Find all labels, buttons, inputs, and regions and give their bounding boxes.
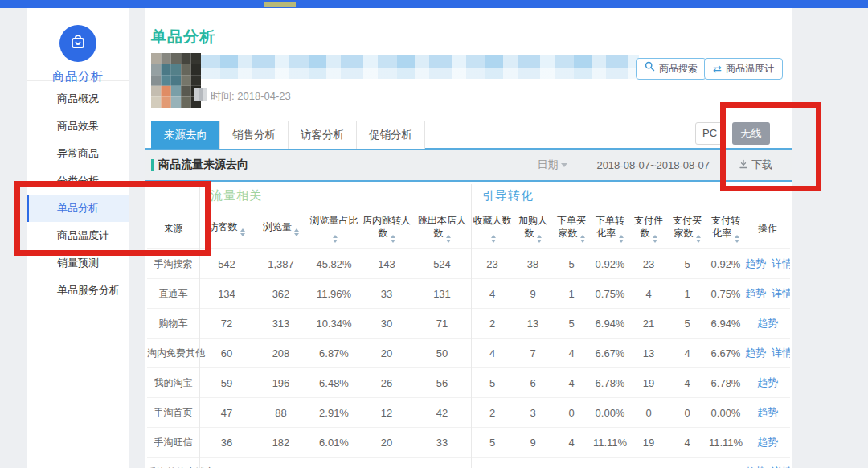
column-header[interactable]: 支付转化率 [706, 212, 745, 244]
column-header[interactable]: 下单买家数 [552, 212, 591, 244]
column-header[interactable]: 访客数 [199, 219, 254, 238]
sort-arrows-icon[interactable] [735, 235, 739, 243]
value-cell: 20 [360, 437, 413, 449]
sort-arrows-icon[interactable] [537, 235, 542, 243]
trend-link[interactable]: 趋势 [745, 465, 766, 468]
sort-arrows-icon[interactable] [696, 235, 701, 243]
trend-link[interactable]: 趋势 [757, 376, 778, 390]
sidebar-item[interactable]: 分类分析 [27, 167, 129, 195]
download-button[interactable]: 下载 [739, 158, 772, 172]
sort-asc-icon [580, 235, 585, 238]
sort-asc-icon [619, 235, 624, 238]
value-cell: 6.94% [706, 318, 745, 330]
tab[interactable]: 促销分析 [356, 121, 425, 149]
column-label: 访客数 [209, 221, 238, 232]
main-content: 单品分析 时间: 2018-04-23 商品搜索 ⇄ 商品温度计 来源去向销售分… [145, 8, 792, 468]
trend-link[interactable]: 趋势 [745, 286, 766, 301]
sort-asc-icon [446, 235, 451, 238]
date-dropdown[interactable]: 日期 [537, 158, 567, 172]
sidebar-item[interactable]: 商品概况 [27, 85, 129, 113]
tab[interactable]: 销售分析 [219, 121, 289, 149]
sort-arrows-icon[interactable] [333, 235, 338, 243]
value-cell: 47 [199, 407, 254, 419]
value-cell: 7 [514, 347, 552, 359]
value-cell: 5 [552, 318, 591, 330]
source-cell: 淘内免费其他 [147, 347, 199, 360]
sort-desc-icon [240, 233, 245, 236]
detail-link[interactable]: 详情 [772, 286, 790, 301]
product-analysis-logo [59, 25, 96, 62]
sort-arrows-icon[interactable] [446, 235, 451, 243]
blurred-label-chip [194, 88, 207, 101]
value-cell: 524 [413, 258, 471, 270]
column-header[interactable]: 下单转化率 [591, 212, 629, 244]
column-header[interactable]: 浏览量 [254, 219, 308, 238]
column-label: 收藏人数 [473, 215, 512, 226]
value-cell: 6.67% [591, 347, 629, 359]
value-cell: 19 [629, 437, 668, 449]
listing-time: 时间: 2018-04-23 [211, 89, 291, 104]
column-header[interactable]: 跳出本店人数 [413, 212, 471, 244]
tab[interactable]: 来源去向 [151, 121, 220, 149]
detail-link[interactable]: 详情 [772, 257, 790, 271]
column-label: 支付件数 [634, 215, 663, 239]
sort-desc-icon [735, 240, 739, 243]
sort-arrows-icon[interactable] [580, 235, 585, 243]
value-cell: 45.82% [308, 258, 360, 270]
trend-link[interactable]: 趋势 [757, 316, 778, 330]
actions-cell: 趋势详情 [745, 346, 790, 360]
sidebar-item[interactable]: 单品分析 [27, 195, 129, 222]
column-header[interactable]: 支付件数 [629, 212, 668, 244]
product-search-button[interactable]: 商品搜索 [636, 58, 706, 80]
tab[interactable]: 访客分析 [288, 121, 357, 149]
table-row: 购物车7231310.34%307121356.94%2156.94%趋势 [147, 308, 790, 338]
sidebar-item[interactable]: 单品服务分析 [27, 277, 129, 304]
sort-arrows-icon[interactable] [391, 235, 395, 243]
sort-arrows-icon[interactable] [240, 228, 245, 236]
trend-link[interactable]: 趋势 [745, 257, 766, 271]
sidebar-item[interactable]: 异常商品 [27, 140, 129, 167]
value-cell: 4 [471, 347, 514, 359]
column-header[interactable]: 浏览量占比 [308, 212, 360, 244]
value-cell: 23 [629, 258, 668, 270]
sidebar-item[interactable]: 销量预测 [27, 249, 129, 277]
value-cell: 5 [552, 258, 591, 270]
toggle-wireless[interactable]: 无线 [732, 122, 770, 145]
value-cell: 12 [360, 407, 413, 419]
column-label: 加购人数 [518, 215, 547, 239]
sidebar-item[interactable]: 商品温度计 [27, 222, 129, 249]
product-thermometer-button[interactable]: ⇄ 商品温度计 [704, 58, 783, 80]
sort-asc-icon [491, 235, 496, 238]
detail-link[interactable]: 详情 [772, 346, 790, 360]
value-cell: 6.78% [591, 377, 629, 389]
sort-arrows-icon[interactable] [653, 235, 657, 243]
column-header[interactable]: 店内跳转人数 [360, 212, 413, 244]
trend-link[interactable]: 趋势 [757, 435, 778, 450]
value-cell: 2.91% [308, 407, 360, 419]
trend-link[interactable]: 趋势 [757, 405, 778, 420]
action-column-header: 操作 [745, 220, 790, 236]
sidebar-menu: 商品概况商品效果异常商品分类分析单品分析商品温度计销量预测单品服务分析 [27, 81, 129, 304]
swap-icon: ⇄ [713, 64, 722, 74]
toggle-pc[interactable]: PC [695, 122, 724, 145]
value-cell: 23 [471, 258, 514, 270]
value-cell: 4 [471, 288, 514, 300]
sort-arrows-icon[interactable] [619, 235, 624, 243]
value-cell: 10.34% [308, 318, 360, 330]
column-header[interactable]: 支付买家数 [668, 212, 706, 244]
column-header[interactable]: 加购人数 [514, 212, 552, 244]
column-header[interactable]: 收藏人数 [471, 212, 514, 244]
detail-link[interactable]: 详情 [772, 465, 790, 468]
sort-asc-icon [653, 235, 657, 238]
sidebar-item[interactable]: 商品效果 [27, 113, 129, 140]
sort-arrows-icon[interactable] [491, 235, 496, 243]
actions-cell: 趋势详情 [745, 465, 790, 468]
value-cell: 13 [514, 318, 552, 330]
sort-desc-icon [696, 240, 701, 243]
value-cell: 13 [629, 347, 668, 359]
value-cell: 72 [199, 318, 254, 330]
value-cell: 131 [413, 288, 471, 300]
trend-link[interactable]: 趋势 [745, 346, 766, 360]
sort-arrows-icon[interactable] [294, 228, 299, 236]
download-label: 下载 [751, 158, 772, 172]
